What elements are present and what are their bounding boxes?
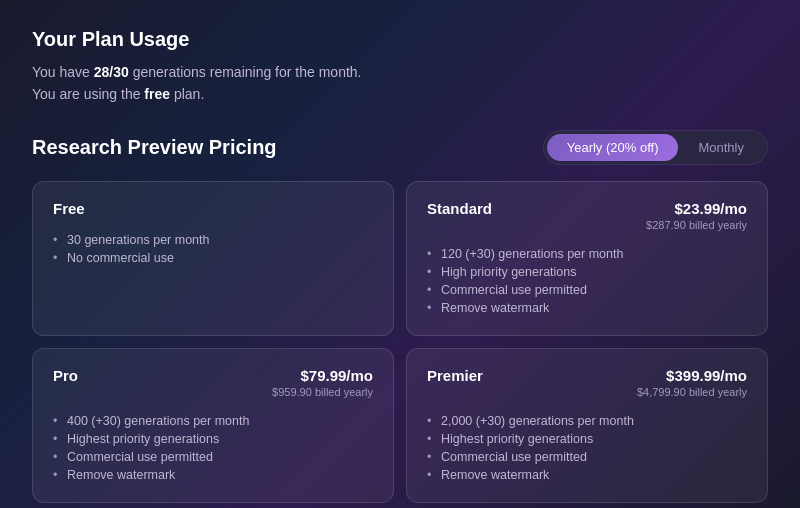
pricing-header: Research Preview Pricing Yearly (20% off… <box>32 130 768 165</box>
card-premier[interactable]: Premier $399.99/mo $4,799.90 billed year… <box>406 348 768 503</box>
card-name-standard: Standard <box>427 200 492 217</box>
card-free[interactable]: Free 30 generations per monthNo commerci… <box>32 181 394 336</box>
card-name-pro: Pro <box>53 367 78 384</box>
feature-item: 30 generations per month <box>53 231 373 249</box>
card-header-free: Free <box>53 200 373 217</box>
card-header-pro: Pro $79.99/mo $959.90 billed yearly <box>53 367 373 398</box>
billing-toggle: Yearly (20% off) Monthly <box>543 130 768 165</box>
feature-item: Highest priority generations <box>427 430 747 448</box>
plan-usage-count: 28/30 <box>94 64 129 80</box>
plan-usage-title: Your Plan Usage <box>32 28 768 51</box>
card-standard[interactable]: Standard $23.99/mo $287.90 billed yearly… <box>406 181 768 336</box>
pricing-title: Research Preview Pricing <box>32 136 277 159</box>
card-price-block-pro: $79.99/mo $959.90 billed yearly <box>272 367 373 398</box>
card-price-pro: $79.99/mo <box>272 367 373 384</box>
card-price-standard: $23.99/mo <box>646 200 747 217</box>
yearly-toggle-button[interactable]: Yearly (20% off) <box>547 134 679 161</box>
card-price-block-standard: $23.99/mo $287.90 billed yearly <box>646 200 747 231</box>
card-header-standard: Standard $23.99/mo $287.90 billed yearly <box>427 200 747 231</box>
feature-item: 2,000 (+30) generations per month <box>427 412 747 430</box>
feature-item: Commercial use permitted <box>427 448 747 466</box>
card-name-premier: Premier <box>427 367 483 384</box>
feature-item: 400 (+30) generations per month <box>53 412 373 430</box>
feature-item: No commercial use <box>53 249 373 267</box>
card-features-pro: 400 (+30) generations per monthHighest p… <box>53 412 373 484</box>
feature-item: 120 (+30) generations per month <box>427 245 747 263</box>
pricing-cards-grid: Free 30 generations per monthNo commerci… <box>32 181 768 503</box>
card-billing-premier: $4,799.90 billed yearly <box>637 386 747 398</box>
feature-item: Highest priority generations <box>53 430 373 448</box>
card-name-free: Free <box>53 200 85 217</box>
card-price-premier: $399.99/mo <box>637 367 747 384</box>
card-features-standard: 120 (+30) generations per monthHigh prio… <box>427 245 747 317</box>
monthly-toggle-button[interactable]: Monthly <box>678 134 764 161</box>
card-header-premier: Premier $399.99/mo $4,799.90 billed year… <box>427 367 747 398</box>
card-billing-standard: $287.90 billed yearly <box>646 219 747 231</box>
plan-usage-section: Your Plan Usage You have 28/30 generatio… <box>32 28 768 106</box>
feature-item: Remove watermark <box>53 466 373 484</box>
plan-usage-line2-prefix: You are using the <box>32 86 144 102</box>
card-features-free: 30 generations per monthNo commercial us… <box>53 231 373 267</box>
feature-item: Remove watermark <box>427 466 747 484</box>
plan-usage-line1-suffix: generations remaining for the month. <box>129 64 362 80</box>
plan-type: free <box>144 86 170 102</box>
pricing-section: Research Preview Pricing Yearly (20% off… <box>32 130 768 503</box>
plan-usage-description: You have 28/30 generations remaining for… <box>32 61 768 106</box>
card-price-block-premier: $399.99/mo $4,799.90 billed yearly <box>637 367 747 398</box>
feature-item: High priority generations <box>427 263 747 281</box>
card-billing-pro: $959.90 billed yearly <box>272 386 373 398</box>
card-pro[interactable]: Pro $79.99/mo $959.90 billed yearly 400 … <box>32 348 394 503</box>
feature-item: Remove watermark <box>427 299 747 317</box>
card-features-premier: 2,000 (+30) generations per monthHighest… <box>427 412 747 484</box>
plan-usage-line2-suffix: plan. <box>170 86 204 102</box>
feature-item: Commercial use permitted <box>427 281 747 299</box>
feature-item: Commercial use permitted <box>53 448 373 466</box>
plan-usage-line1-prefix: You have <box>32 64 94 80</box>
